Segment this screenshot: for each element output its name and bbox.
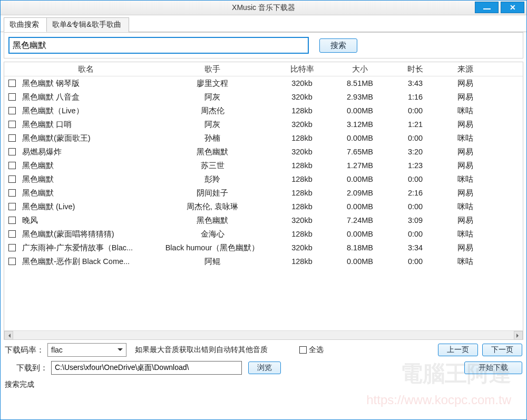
header-bitrate[interactable]: 比特率 <box>273 64 331 74</box>
cell-size: 2.93MB <box>331 93 389 101</box>
cell-size: 0.00MB <box>331 175 389 183</box>
start-download-button[interactable]: 开始下载 <box>464 362 522 374</box>
select-all-checkbox[interactable] <box>299 346 307 354</box>
cell-size: 3.12MB <box>331 120 389 129</box>
cell-artist: 阿灰 <box>152 92 273 102</box>
cell-bitrate: 128kb <box>273 189 331 197</box>
cell-source: 咪咕 <box>442 202 489 212</box>
cell-bitrate: 128kb <box>273 257 331 266</box>
row-checkbox[interactable] <box>8 189 16 197</box>
close-button[interactable]: ✕ <box>501 2 524 13</box>
row-checkbox[interactable] <box>8 203 16 210</box>
cell-size: 0.00MB <box>331 106 389 115</box>
header-duration[interactable]: 时长 <box>389 64 442 74</box>
cell-artist: 周杰伦 <box>152 106 273 116</box>
title-bar[interactable]: XMusic 音乐下载器 ✕ <box>1 1 526 15</box>
cell-name: 黑色幽默(蒙面唱将猜猜猜) <box>20 229 152 239</box>
cell-source: 网易 <box>442 188 489 198</box>
table-row[interactable]: 黑色幽默 口哨阿灰320kb3.12MB1:21网易 <box>4 118 523 131</box>
prev-page-button[interactable]: 上一页 <box>438 344 478 356</box>
cell-source: 网易 <box>442 147 489 157</box>
cell-duration: 1:21 <box>389 120 442 129</box>
cell-size: 7.24MB <box>331 216 389 224</box>
table-row[interactable]: 广东雨神-广东爱情故事（Blac...Black humour（黑色幽默）320… <box>4 241 523 255</box>
cell-artist: Black humour（黑色幽默） <box>152 243 273 253</box>
scroll-left-button[interactable] <box>4 331 13 340</box>
header-name[interactable]: 歌名 <box>20 64 152 74</box>
row-checkbox[interactable] <box>8 258 16 265</box>
row-checkbox[interactable] <box>8 148 16 155</box>
cell-duration: 2:16 <box>389 189 442 197</box>
table-row[interactable]: 黑色幽默阴间娃子128kb2.09MB2:16网易 <box>4 186 523 200</box>
search-button[interactable]: 搜索 <box>319 38 357 53</box>
header-size[interactable]: 大小 <box>331 64 389 74</box>
cell-duration: 0:00 <box>389 134 442 142</box>
cell-size: 0.00MB <box>331 202 389 211</box>
row-checkbox[interactable] <box>8 244 16 251</box>
row-checkbox[interactable] <box>8 93 16 101</box>
table-row[interactable]: 黑色幽默(蒙面唱将猜猜猜)金海心128kb0.00MB0:00咪咕 <box>4 227 523 241</box>
scroll-right-button[interactable] <box>514 331 523 340</box>
next-page-button[interactable]: 下一页 <box>482 344 522 356</box>
bitrate-note: 如果最大音质获取出错则自动转其他音质 <box>135 345 268 355</box>
row-checkbox[interactable] <box>8 175 16 183</box>
cell-duration: 3:20 <box>389 148 442 156</box>
download-path-input[interactable] <box>51 361 242 375</box>
header-source[interactable]: 来源 <box>442 64 489 74</box>
window-title: XMusic 音乐下载器 <box>232 3 295 13</box>
bitrate-value: flac <box>51 346 63 354</box>
horizontal-scrollbar[interactable] <box>4 330 523 339</box>
row-checkbox[interactable] <box>8 217 16 224</box>
cell-bitrate: 128kb <box>273 175 331 183</box>
table-row[interactable]: 黑色幽默（Live）周杰伦128kb0.00MB0:00咪咕 <box>4 104 523 118</box>
tab-song-search[interactable]: 歌曲搜索 <box>4 17 47 32</box>
cell-name: 易燃易爆炸 <box>20 147 152 157</box>
cell-name: 黑色幽默 <box>20 188 152 198</box>
table-row[interactable]: 黑色幽默 (Live)周杰伦, 袁咏琳128kb0.00MB0:00咪咕 <box>4 200 523 213</box>
cell-name: 黑色幽默(蒙面歌王) <box>20 133 152 143</box>
cell-artist: 廖里文程 <box>152 79 273 89</box>
cell-name: 黑色幽默 口哨 <box>20 120 152 130</box>
minimize-button[interactable] <box>475 2 499 13</box>
cell-source: 网易 <box>442 243 489 253</box>
table-row[interactable]: 黑色幽默-恶作剧 Black Come...阿鲲128kb0.00MB0:00咪… <box>4 255 523 268</box>
select-all-label: 全选 <box>309 345 324 355</box>
cell-bitrate: 320kb <box>273 120 331 129</box>
cell-bitrate: 320kb <box>273 79 331 87</box>
table-row[interactable]: 黑色幽默苏三世128kb1.27MB1:23网易 <box>4 159 523 172</box>
table-row[interactable]: 易燃易爆炸黑色幽默320kb7.65MB3:20网易 <box>4 145 523 159</box>
table-row[interactable]: 黑色幽默彭羚128kb0.00MB0:00咪咕 <box>4 172 523 186</box>
row-checkbox[interactable] <box>8 230 16 238</box>
cell-source: 网易 <box>442 120 489 130</box>
cell-source: 网易 <box>442 92 489 102</box>
cell-name: 黑色幽默 钢琴版 <box>20 79 152 89</box>
row-checkbox[interactable] <box>8 162 16 169</box>
table-row[interactable]: 晚风黑色幽默320kb7.24MB3:09网易 <box>4 213 523 227</box>
cell-name: 黑色幽默-恶作剧 Black Come... <box>20 257 152 267</box>
cell-artist: 黑色幽默 <box>152 216 273 226</box>
cell-artist: 金海心 <box>152 229 273 239</box>
table-body[interactable]: 黑色幽默 钢琴版廖里文程320kb8.51MB3:43网易黑色幽默 八音盒阿灰3… <box>4 76 523 330</box>
row-checkbox[interactable] <box>8 121 16 128</box>
cell-source: 咪咕 <box>442 229 489 239</box>
browse-button[interactable]: 浏览 <box>248 362 281 374</box>
tab-playlist-album-artist[interactable]: 歌单&专辑&歌手歌曲 <box>46 17 129 32</box>
row-checkbox[interactable] <box>8 134 16 142</box>
table-row[interactable]: 黑色幽默 八音盒阿灰320kb2.93MB1:16网易 <box>4 90 523 104</box>
table-row[interactable]: 黑色幽默 钢琴版廖里文程320kb8.51MB3:43网易 <box>4 76 523 90</box>
cell-artist: 阿灰 <box>152 120 273 130</box>
cell-source: 咪咕 <box>442 257 489 267</box>
table-row[interactable]: 黑色幽默(蒙面歌王)孙楠128kb0.00MB0:00咪咕 <box>4 131 523 145</box>
search-input[interactable] <box>8 37 309 54</box>
cell-artist: 苏三世 <box>152 161 273 171</box>
cell-size: 8.51MB <box>331 79 389 87</box>
cell-artist: 阴间娃子 <box>152 188 273 198</box>
cell-bitrate: 128kb <box>273 230 331 238</box>
cell-duration: 0:00 <box>389 106 442 115</box>
status-bar: 搜索完成 <box>1 379 526 390</box>
header-artist[interactable]: 歌手 <box>152 64 273 74</box>
row-checkbox[interactable] <box>8 107 16 114</box>
bitrate-select[interactable]: flac <box>47 343 126 357</box>
cell-source: 咪咕 <box>442 133 489 143</box>
row-checkbox[interactable] <box>8 80 16 87</box>
